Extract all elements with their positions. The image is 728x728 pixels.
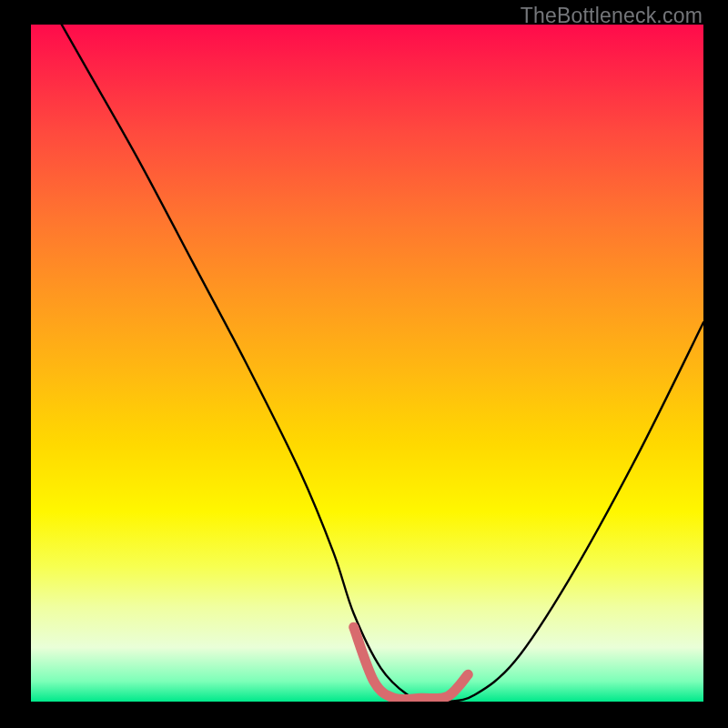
bottom-highlight bbox=[354, 627, 469, 700]
curve-layer bbox=[31, 25, 703, 702]
plot-area bbox=[31, 25, 703, 702]
bottleneck-curve bbox=[31, 25, 703, 702]
chart-frame: TheBottleneck.com bbox=[0, 0, 728, 728]
watermark-text: TheBottleneck.com bbox=[521, 4, 703, 28]
